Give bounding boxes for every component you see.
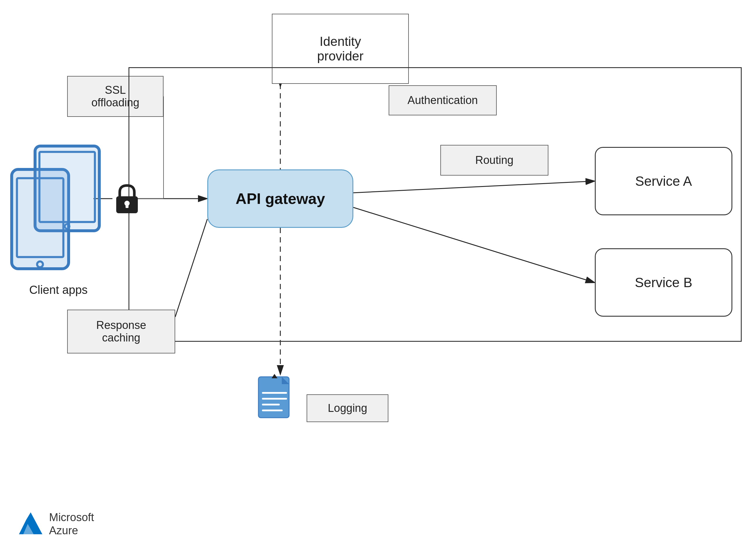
svg-rect-31 [126, 203, 129, 208]
identity-provider-label: Identity provider [317, 34, 363, 63]
response-caching-label: Response caching [67, 310, 175, 353]
client-apps-label: Client apps [6, 283, 111, 297]
logging-label: Logging [307, 394, 388, 422]
svg-rect-28 [13, 171, 67, 267]
azure-logo-icon [17, 511, 44, 537]
diagram-container: Identity provider Authentication SSL off… [0, 0, 756, 555]
client-apps-icon [6, 140, 111, 276]
routing-label: Routing [440, 145, 548, 176]
service-b-box: Service B [595, 248, 732, 317]
logging-icon [254, 374, 295, 425]
azure-text: Microsoft Azure [49, 511, 94, 538]
azure-badge: Microsoft Azure [17, 511, 94, 538]
api-gateway-box: API gateway [207, 169, 353, 228]
service-a-box: Service A [595, 147, 732, 215]
lock-icon [114, 184, 140, 217]
svg-marker-20 [272, 374, 277, 378]
